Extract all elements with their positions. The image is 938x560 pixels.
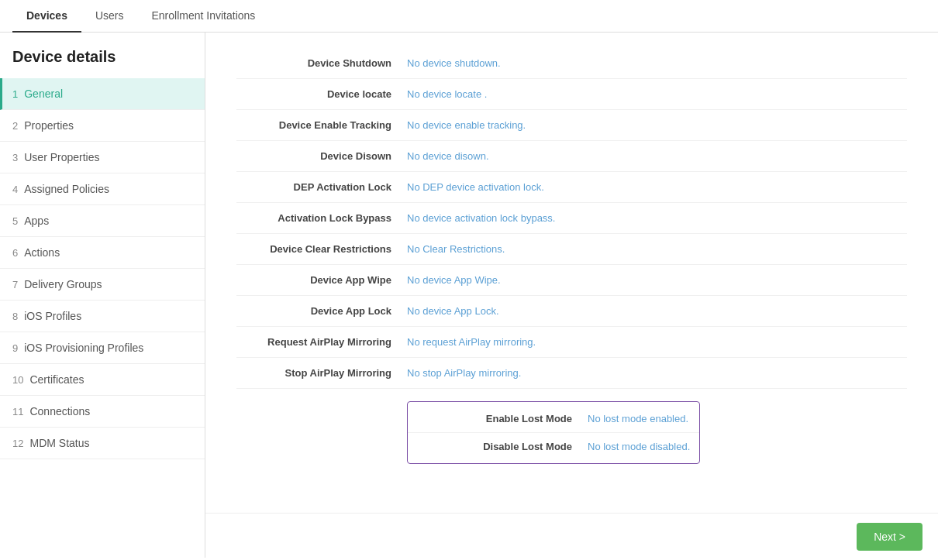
value-request-airplay-mirroring: No request AirPlay mirroring.: [407, 336, 536, 348]
label-disable-lost-mode: Disable Lost Mode: [417, 441, 588, 452]
sidebar-item-label-ios-provisioning-profiles: iOS Provisioning Profiles: [24, 342, 143, 354]
detail-row-dep-activation-lock: DEP Activation Lock No DEP device activa…: [236, 172, 907, 203]
sidebar-item-label-general: General: [24, 88, 63, 100]
sidebar-item-ios-provisioning-profiles[interactable]: 9 iOS Provisioning Profiles: [0, 332, 205, 364]
value-stop-airplay-mirroring: No stop AirPlay mirroring.: [407, 367, 521, 379]
label-request-airplay-mirroring: Request AirPlay Mirroring: [236, 336, 407, 348]
sidebar-item-general[interactable]: 1 General: [0, 78, 205, 110]
label-activation-lock-bypass: Activation Lock Bypass: [236, 212, 407, 224]
label-device-enable-tracking: Device Enable Tracking: [236, 119, 407, 131]
sidebar-item-num-6: 6: [12, 247, 18, 259]
detail-row-device-locate: Device locate No device locate .: [236, 79, 907, 110]
value-device-clear-restrictions: No Clear Restrictions.: [407, 243, 505, 255]
sidebar-item-label-properties: Properties: [24, 119, 74, 132]
sidebar-item-num-9: 9: [12, 342, 18, 354]
detail-row-device-enable-tracking: Device Enable Tracking No device enable …: [236, 110, 907, 141]
sidebar-item-connections[interactable]: 11 Connections: [0, 396, 205, 428]
tab-users[interactable]: Users: [81, 0, 138, 33]
label-device-app-wipe: Device App Wipe: [236, 274, 407, 286]
detail-row-request-airplay-mirroring: Request AirPlay Mirroring No request Air…: [236, 327, 907, 358]
value-device-locate: No device locate .: [407, 88, 487, 100]
top-tabs: Devices Users Enrollment Invitations: [0, 0, 938, 33]
sidebar-item-label-user-properties: User Properties: [24, 151, 99, 163]
footer: Next >: [205, 513, 938, 558]
sidebar-item-delivery-groups[interactable]: 7 Delivery Groups: [0, 269, 205, 301]
value-device-shutdown: No device shutdown.: [407, 57, 501, 69]
sidebar-item-num-12: 12: [12, 438, 23, 449]
sidebar-item-label-delivery-groups: Delivery Groups: [24, 278, 102, 290]
value-device-app-lock: No device App Lock.: [407, 305, 499, 317]
sidebar-item-certificates[interactable]: 10 Certificates: [0, 364, 205, 396]
next-button[interactable]: Next >: [857, 523, 922, 551]
detail-row-stop-airplay-mirroring: Stop AirPlay Mirroring No stop AirPlay m…: [236, 358, 907, 389]
label-device-clear-restrictions: Device Clear Restrictions: [236, 243, 407, 255]
sidebar-title: Device details: [0, 33, 205, 78]
tab-enrollment-invitations[interactable]: Enrollment Invitations: [138, 0, 270, 33]
lost-mode-section: Enable Lost Mode No lost mode enabled. D…: [236, 389, 907, 470]
sidebar-item-label-apps: Apps: [24, 215, 49, 227]
sidebar-item-num-4: 4: [12, 184, 18, 195]
sidebar-item-num-10: 10: [12, 374, 23, 386]
value-enable-lost-mode: No lost mode enabled.: [588, 413, 688, 424]
sidebar: Device details 1 General 2 Properties 3 …: [0, 33, 205, 558]
value-device-disown: No device disown.: [407, 150, 489, 162]
detail-row-device-app-wipe: Device App Wipe No device App Wipe.: [236, 265, 907, 296]
sidebar-item-mdm-status[interactable]: 12 MDM Status: [0, 428, 205, 459]
sidebar-item-ios-profiles[interactable]: 8 iOS Profiles: [0, 301, 205, 332]
detail-row-disable-lost-mode: Disable Lost Mode No lost mode disabled.: [408, 433, 699, 460]
sidebar-item-num-3: 3: [12, 152, 18, 163]
sidebar-item-num-5: 5: [12, 215, 18, 227]
sidebar-item-label-connections: Connections: [29, 405, 90, 417]
main-layout: Device details 1 General 2 Properties 3 …: [0, 33, 938, 558]
detail-row-enable-lost-mode: Enable Lost Mode No lost mode enabled.: [408, 405, 699, 433]
sidebar-item-num-11: 11: [12, 406, 23, 417]
sidebar-item-num-8: 8: [12, 311, 18, 322]
sidebar-item-actions[interactable]: 6 Actions: [0, 237, 205, 269]
sidebar-item-num-7: 7: [12, 279, 18, 290]
sidebar-item-num-2: 2: [12, 120, 18, 132]
value-device-app-wipe: No device App Wipe.: [407, 274, 501, 286]
value-device-enable-tracking: No device enable tracking.: [407, 119, 526, 131]
sidebar-item-label-certificates: Certificates: [29, 373, 84, 386]
value-disable-lost-mode: No lost mode disabled.: [588, 441, 690, 452]
label-dep-activation-lock: DEP Activation Lock: [236, 181, 407, 193]
label-device-app-lock: Device App Lock: [236, 305, 407, 317]
label-device-disown: Device Disown: [236, 150, 407, 162]
sidebar-item-properties[interactable]: 2 Properties: [0, 110, 205, 142]
label-enable-lost-mode: Enable Lost Mode: [417, 413, 588, 424]
content-area: Device Shutdown No device shutdown. Devi…: [205, 33, 938, 558]
tab-devices[interactable]: Devices: [12, 0, 81, 33]
label-device-shutdown: Device Shutdown: [236, 57, 407, 69]
label-device-locate: Device locate: [236, 88, 407, 100]
value-dep-activation-lock: No DEP device activation lock.: [407, 181, 544, 193]
sidebar-item-apps[interactable]: 5 Apps: [0, 205, 205, 237]
sidebar-item-label-assigned-policies: Assigned Policies: [24, 183, 109, 195]
detail-row-device-shutdown: Device Shutdown No device shutdown.: [236, 48, 907, 79]
sidebar-item-label-ios-profiles: iOS Profiles: [24, 310, 81, 322]
detail-row-activation-lock-bypass: Activation Lock Bypass No device activat…: [236, 203, 907, 234]
detail-row-device-clear-restrictions: Device Clear Restrictions No Clear Restr…: [236, 234, 907, 265]
sidebar-item-label-actions: Actions: [24, 246, 60, 259]
detail-row-device-disown: Device Disown No device disown.: [236, 141, 907, 172]
sidebar-item-assigned-policies[interactable]: 4 Assigned Policies: [0, 173, 205, 205]
label-stop-airplay-mirroring: Stop AirPlay Mirroring: [236, 367, 407, 379]
detail-row-device-app-lock: Device App Lock No device App Lock.: [236, 296, 907, 327]
sidebar-item-user-properties[interactable]: 3 User Properties: [0, 142, 205, 173]
value-activation-lock-bypass: No device activation lock bypass.: [407, 212, 555, 224]
sidebar-item-num-1: 1: [12, 88, 18, 100]
sidebar-item-label-mdm-status: MDM Status: [29, 437, 89, 449]
lost-mode-box: Enable Lost Mode No lost mode enabled. D…: [407, 401, 700, 464]
